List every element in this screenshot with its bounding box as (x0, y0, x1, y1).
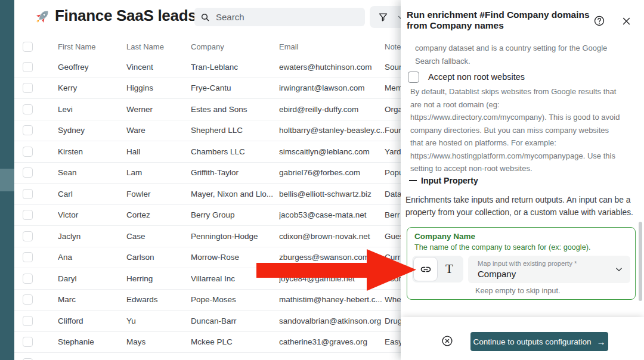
input-property-description: Enrichments take inputs and return outpu… (405, 194, 639, 219)
cell-first-name: Kirsten (58, 147, 126, 156)
input-mode-toggle: T (412, 256, 463, 283)
continue-to-outputs-button[interactable]: Continue to outputs configuration → (470, 332, 608, 351)
cell-first-name: Sean (58, 168, 126, 177)
cell-last-name: Higgins (126, 83, 191, 92)
row-checkbox[interactable] (23, 125, 33, 135)
cell-email: sandovalbrian@atkinson.org (279, 316, 385, 325)
cell-last-name: Ware (126, 126, 191, 135)
column-header-email[interactable]: Email (279, 42, 385, 51)
cell-email: joyce84@gamble.net (279, 274, 385, 283)
cell-email: zburgess@swanson.com (279, 253, 385, 262)
input-card-title: Company Name (414, 232, 475, 241)
custom-value-mode-button[interactable]: T (438, 257, 461, 281)
cell-last-name: Hall (126, 147, 191, 156)
cell-company: Pope-Moses (191, 295, 279, 304)
cell-email: ebird@reilly-duffy.com (279, 105, 385, 114)
row-checkbox[interactable] (23, 294, 33, 305)
continue-button-label: Continue to outputs configuration (473, 337, 591, 346)
cell-company: Duncan-Barr (191, 316, 279, 325)
column-header-first-name[interactable]: First Name (58, 42, 126, 51)
cell-email: simscaitlyn@leblanc.com (279, 147, 385, 156)
select-value: Company (478, 269, 516, 279)
help-button[interactable] (593, 14, 606, 27)
map-property-mode-button[interactable] (413, 257, 438, 281)
close-icon (621, 16, 631, 26)
cell-first-name: Geoffrey (58, 63, 126, 72)
cell-company: Villarreal Inc (191, 274, 279, 283)
row-checkbox[interactable] (23, 274, 33, 284)
help-icon (593, 15, 605, 27)
row-checkbox[interactable] (23, 252, 33, 262)
row-checkbox[interactable] (23, 189, 33, 199)
company-name-input-card: Company Name The name of the company to … (407, 227, 636, 300)
accept-non-root-checkbox[interactable] (408, 72, 419, 83)
cell-last-name: Yu (126, 316, 191, 325)
cell-last-name: Lam (126, 168, 191, 177)
cell-last-name: Herring (126, 274, 191, 283)
cell-company: Pennington-Hodge (191, 232, 279, 241)
input-property-section-title: Input Property (421, 176, 478, 185)
cell-first-name: Jaclyn (58, 232, 126, 241)
cell-last-name: Case (126, 232, 191, 241)
cell-first-name: Marc (58, 295, 126, 304)
row-checkbox[interactable] (23, 337, 33, 347)
cell-company: Mckee PLC (191, 337, 279, 346)
accept-non-root-description: By default, Datablist skips websites fro… (410, 85, 621, 175)
row-checkbox[interactable] (23, 62, 33, 72)
cell-first-name: Ana (58, 253, 126, 262)
cell-company: Shepherd LLC (191, 126, 279, 135)
column-header-last-name[interactable]: Last Name (126, 42, 191, 51)
cell-company: Morrow-Rose (191, 253, 279, 262)
row-checkbox[interactable] (23, 210, 33, 220)
minimap-viewport-thumb[interactable] (0, 169, 14, 191)
cell-last-name: Mays (126, 337, 191, 346)
panel-footer: Continue to outputs configuration → (401, 317, 644, 360)
cell-last-name: Cortez (126, 210, 191, 219)
row-checkbox[interactable] (23, 104, 33, 114)
cancel-button[interactable] (441, 334, 454, 347)
search-box[interactable] (194, 8, 365, 26)
row-checkbox[interactable] (23, 231, 33, 241)
collapse-section-icon[interactable] (409, 180, 417, 181)
cancel-circle-icon (441, 334, 454, 347)
cell-email: jacob53@case-mata.net (279, 210, 385, 219)
select-chevron-icon (615, 265, 623, 274)
accept-non-root-label: Accept non root websites (428, 72, 525, 82)
page-title: Finance SaaS leads (55, 7, 196, 25)
cell-email: mathistim@haney-hebert.c... (279, 295, 385, 304)
cell-email: bellis@elliott-schwartz.biz (279, 190, 385, 198)
rocket-logo-icon (35, 8, 51, 24)
cell-company: Frye-Cantu (191, 83, 279, 92)
arrow-right-icon: → (597, 337, 606, 346)
panel-scrollbar-thumb[interactable] (639, 222, 642, 301)
link-icon (420, 263, 432, 275)
cell-first-name: Victor (58, 210, 126, 219)
row-checkbox[interactable] (23, 316, 33, 326)
cell-company: Tran-Leblanc (191, 63, 279, 72)
cell-company: Mayer, Nixon and Llo... (191, 190, 279, 198)
select-label: Map input with existing property * (478, 260, 577, 267)
map-property-select[interactable]: Map input with existing property * Compa… (468, 256, 630, 283)
input-helper-text: Keep empty to skip input. (475, 287, 560, 295)
row-checkbox[interactable] (23, 147, 33, 157)
enrichment-panel: Run enrichment #Find Company domains fro… (401, 0, 644, 360)
cell-last-name: Edwards (126, 295, 191, 304)
cell-email: cdixon@brown-novak.net (279, 232, 385, 241)
cell-company: Estes and Sons (191, 105, 279, 114)
row-checkbox[interactable] (23, 167, 33, 178)
column-header-company[interactable]: Company (191, 42, 279, 51)
cell-company: Griffith-Taylor (191, 168, 279, 177)
cell-first-name: Clifford (58, 316, 126, 325)
select-all-checkbox[interactable] (23, 42, 33, 52)
top-bar: Finance SaaS leads (14, 0, 401, 35)
cell-first-name: Sydney (58, 126, 126, 135)
cell-last-name: Werner (126, 105, 191, 114)
cell-first-name: Carl (58, 190, 126, 198)
search-input[interactable] (216, 12, 359, 22)
cell-company: Berry Group (191, 210, 279, 219)
row-checkbox[interactable] (23, 83, 33, 93)
close-panel-button[interactable] (620, 15, 632, 27)
cell-company: Chambers LLC (191, 147, 279, 156)
left-minimap-strip[interactable] (0, 0, 14, 360)
cell-first-name: Kerry (58, 83, 126, 92)
